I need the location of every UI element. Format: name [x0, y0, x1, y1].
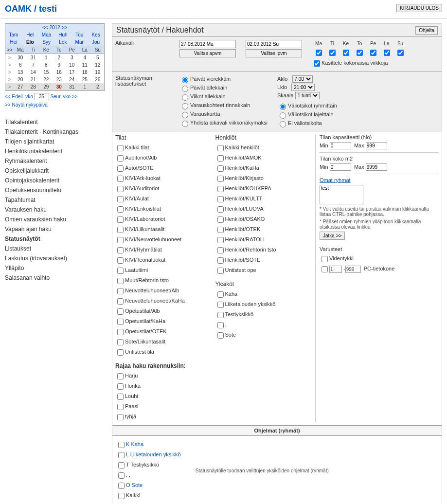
omat-ryhmat-link[interactable]: Omat ryhmät — [320, 177, 439, 183]
tilat-checkbox[interactable] — [117, 145, 124, 151]
nav-item[interactable]: Salasanan vaihto — [5, 273, 105, 283]
tilat-checkbox[interactable] — [117, 329, 124, 335]
cal-day[interactable]: 3 — [66, 54, 79, 61]
cal-day[interactable]: 26 — [91, 76, 105, 83]
henk-checkbox[interactable] — [217, 227, 224, 233]
cal-month[interactable]: Tam — [5, 31, 22, 38]
omat-ryhmat-select[interactable]: test — [320, 185, 363, 204]
day-checkbox[interactable] — [316, 50, 322, 56]
nav-item[interactable]: Tilojen sijaintikartat — [5, 137, 105, 146]
cal-month[interactable]: Hel — [22, 31, 38, 38]
layout-radio[interactable] — [182, 103, 188, 109]
cal-day[interactable]: 17 — [66, 69, 79, 76]
ohjelma-checkbox[interactable] — [118, 472, 125, 479]
cal-month[interactable]: Lok — [54, 38, 71, 46]
cal-day[interactable]: 14 — [27, 69, 40, 76]
tilat-checkbox[interactable] — [117, 288, 124, 294]
nav-item[interactable]: Tapahtumat — [5, 195, 105, 205]
cal-day[interactable]: 7 — [27, 61, 40, 69]
nav-item[interactable]: Statusnäytöt — [5, 234, 105, 244]
cal-day[interactable]: 29 — [40, 83, 53, 90]
tilat-checkbox[interactable] — [117, 339, 124, 345]
skaala-select[interactable]: 1 tunti — [295, 92, 320, 99]
henk-checkbox[interactable] — [217, 268, 224, 274]
cal-day[interactable]: > — [5, 69, 14, 76]
cal-day[interactable]: 19 — [91, 69, 105, 76]
cal-week-input[interactable] — [35, 93, 49, 100]
whole-weeks-checkbox[interactable] — [314, 60, 320, 67]
videotykki-checkbox[interactable] — [322, 256, 328, 262]
cal-day[interactable]: 30 — [14, 54, 27, 61]
cal-month[interactable]: Mar — [71, 38, 88, 46]
henk-checkbox[interactable] — [217, 176, 224, 182]
day-checkbox[interactable] — [343, 50, 349, 56]
cal-prev-year[interactable]: << — [42, 25, 48, 30]
day-checkbox[interactable] — [370, 50, 376, 56]
henk-checkbox[interactable] — [217, 155, 224, 162]
logout-button[interactable]: KIRJAUDU ULOS — [396, 4, 442, 12]
select-start-date-button[interactable]: Valitse apvm — [179, 49, 236, 57]
henk-checkbox[interactable] — [217, 206, 224, 213]
ohjelma-checkbox[interactable] — [118, 442, 125, 448]
henk-checkbox[interactable] — [217, 196, 224, 202]
start-date-input[interactable] — [179, 40, 236, 48]
cal-day[interactable]: 8 — [40, 61, 53, 69]
tilat-checkbox[interactable] — [117, 298, 124, 305]
cal-day[interactable]: 1 — [78, 83, 91, 90]
koko-min-input[interactable] — [330, 163, 351, 171]
cal-next-year[interactable]: >> — [61, 25, 67, 30]
henk-checkbox[interactable] — [217, 257, 224, 264]
layout-radio[interactable] — [182, 121, 188, 127]
day-checkbox[interactable] — [329, 50, 336, 56]
end-date-input[interactable] — [246, 40, 302, 48]
day-checkbox[interactable] — [397, 50, 404, 56]
cal-day[interactable]: 11 — [78, 61, 91, 69]
cal-day[interactable]: 4 — [78, 54, 91, 61]
cal-day[interactable]: 18 — [78, 69, 91, 76]
cal-day[interactable]: 2 — [91, 83, 105, 90]
cal-month[interactable]: Hei — [5, 38, 22, 46]
cal-day[interactable]: 27 — [14, 83, 27, 90]
nav-item[interactable]: Listaukset — [5, 244, 105, 253]
cal-day[interactable]: 12 — [91, 61, 105, 69]
nav-item[interactable]: Ryhmäkalenterit — [5, 156, 105, 166]
cal-day[interactable]: 15 — [40, 69, 53, 76]
henk-checkbox[interactable] — [217, 186, 224, 192]
lklo-select[interactable]: 21:00 — [291, 84, 315, 91]
yks-checkbox[interactable] — [217, 322, 224, 328]
select-end-date-button[interactable]: Valitse lpvm — [246, 49, 302, 57]
cal-day[interactable]: 5 — [91, 54, 105, 61]
henk-checkbox[interactable] — [217, 145, 224, 151]
cal-day[interactable]: 31 — [66, 83, 79, 90]
cal-day[interactable]: > — [5, 54, 14, 61]
day-checkbox[interactable] — [384, 50, 390, 56]
cal-day[interactable]: > — [5, 76, 14, 83]
layout-radio[interactable] — [182, 94, 188, 101]
cal-day[interactable]: 10 — [66, 61, 79, 69]
nav-item[interactable]: Varauksen haku — [5, 205, 105, 215]
yks-checkbox[interactable] — [217, 302, 224, 308]
ohjelma-checkbox[interactable] — [118, 483, 125, 489]
cal-day[interactable]: 31 — [27, 54, 40, 61]
nav-item[interactable]: Opintojaksokalenterit — [5, 176, 105, 185]
cal-day[interactable]: > — [5, 61, 14, 69]
tilat-checkbox[interactable] — [117, 227, 124, 233]
cal-show-today[interactable]: >> Näytä nykypäivä — [5, 102, 48, 108]
tilat-checkbox[interactable] — [117, 278, 124, 284]
cal-month[interactable]: Huh — [54, 31, 71, 38]
tilat-checkbox[interactable] — [117, 237, 124, 243]
nav-item[interactable]: Opetuksensuunnittelu — [5, 185, 105, 195]
yks-checkbox[interactable] — [217, 291, 224, 298]
cal-month[interactable]: Tou — [71, 31, 88, 38]
henk-checkbox[interactable] — [217, 247, 224, 253]
pc-checkbox[interactable] — [322, 266, 328, 272]
cal-day[interactable]: 13 — [14, 69, 27, 76]
cal-day[interactable]: 16 — [53, 69, 66, 76]
rajaa-checkbox[interactable] — [117, 414, 124, 420]
cal-day[interactable]: 6 — [14, 61, 27, 69]
cal-day[interactable]: 23 — [53, 76, 66, 83]
tilat-checkbox[interactable] — [117, 319, 124, 325]
tilat-checkbox[interactable] — [117, 247, 124, 253]
aklo-select[interactable]: 7:00 — [292, 75, 313, 83]
nav-item[interactable]: Opiskelijalukkarit — [5, 166, 105, 176]
